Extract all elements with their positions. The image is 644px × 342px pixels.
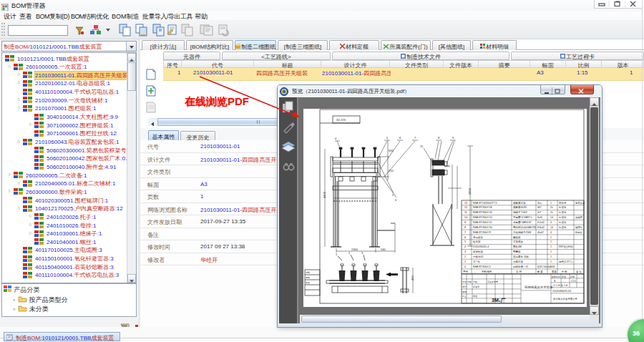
- svg-text:1: 1: [550, 250, 552, 253]
- svg-text:变电柜件: 变电柜件: [473, 236, 484, 239]
- svg-text:标准化: 标准化: [472, 285, 479, 288]
- svg-text:6x42: 6x42: [537, 216, 542, 219]
- svg-text:4: 4: [550, 231, 552, 234]
- svg-text:40x47: 40x47: [537, 231, 544, 234]
- svg-text:数量: 数量: [306, 281, 310, 284]
- svg-text:封板件02: 封板件02: [473, 255, 483, 258]
- svg-text:四回路高压开关组装: 四回路高压开关组装: [525, 285, 553, 289]
- svg-text:4: 4: [335, 137, 337, 140]
- svg-text:2: 2: [464, 255, 466, 258]
- svg-text:1: 1: [550, 245, 552, 248]
- svg-text:熶断器16/35: 熶断器16/35: [513, 205, 527, 209]
- svg-text:7: 7: [464, 231, 466, 234]
- svg-text:标准件: 标准件: [558, 226, 567, 229]
- svg-text:外购件: 外购件: [575, 230, 583, 234]
- svg-text:2s: 2s: [550, 211, 553, 214]
- svg-text:标记: 标记: [462, 280, 467, 283]
- svg-text:8: 8: [464, 226, 466, 229]
- svg-text:3M₂厂: 3M₂厂: [492, 298, 506, 303]
- svg-text:围栏4M: 围栏4M: [513, 245, 522, 248]
- svg-text:3: 3: [361, 251, 364, 255]
- svg-text:批准: 批准: [473, 295, 477, 298]
- svg-text:6: 6: [399, 136, 401, 140]
- svg-text:0: 0: [464, 265, 466, 268]
- svg-text:1: 1: [550, 240, 552, 243]
- svg-text:支柱绝缘子ZSW: 支柱绝缘子ZSW: [513, 231, 532, 234]
- svg-text:635: 635: [389, 149, 394, 152]
- svg-text:14: 14: [550, 226, 553, 229]
- svg-text:11: 11: [420, 145, 424, 148]
- svg-text:平垫圈"4"GB97.1: 平垫圈"4"GB97.1: [513, 216, 532, 219]
- svg-text:组件架: 组件架: [473, 240, 481, 243]
- svg-text:2400: 2400: [468, 187, 472, 195]
- svg-text:重量: 重量: [552, 270, 557, 273]
- svg-text:设计: 设计: [462, 285, 467, 288]
- svg-text:1: 1: [464, 260, 466, 263]
- svg-text:部件号: 部件号: [559, 202, 567, 205]
- svg-text:标准件: 标准件: [558, 211, 567, 214]
- svg-text:5: 5: [386, 136, 389, 140]
- svg-text:1:15: 1:15: [571, 280, 576, 283]
- svg-text:NSB-RT35kV#1: NSB-RT35kV#1: [473, 265, 491, 268]
- svg-text:4: 4: [550, 221, 552, 224]
- svg-text:熶断器支架: 熶断器支架: [513, 201, 526, 205]
- svg-text:质量: 质量: [562, 275, 566, 278]
- svg-text:467: 467: [537, 206, 542, 209]
- svg-text:规格: 规格: [306, 276, 310, 279]
- svg-text:材 料: 材 料: [561, 270, 567, 273]
- svg-text:2s: 2s: [550, 206, 553, 209]
- svg-text:3张-373: 3张-373: [336, 119, 346, 122]
- svg-text:11: 11: [464, 211, 467, 214]
- svg-text:7: 7: [414, 136, 416, 140]
- svg-text:NSB-RT35kV#9: NSB-RT35kV#9: [473, 231, 491, 234]
- svg-text:NSB-RT35kV#11: NSB-RT35kV#11: [473, 221, 492, 224]
- svg-text:共 1 张 第 1 张: 共 1 张 第 1 张: [553, 284, 568, 287]
- svg-text:12: 12: [464, 206, 467, 209]
- svg-text:14: 14: [550, 216, 553, 219]
- svg-text:6: 6: [395, 198, 397, 202]
- svg-text:名 称: 名 称: [516, 270, 522, 273]
- svg-text:标准件: 标准件: [558, 216, 567, 219]
- svg-text:热镀锌: 热镀锌: [575, 215, 583, 219]
- svg-text:1300: 1300: [351, 248, 358, 251]
- svg-text:8.2x42: 8.2x42: [537, 221, 545, 224]
- svg-text:横担架: 横担架: [513, 236, 521, 239]
- svg-text:5: 5: [464, 240, 466, 243]
- svg-text:10: 10: [464, 216, 467, 219]
- svg-text:2101030011-01: 2101030011-01: [552, 290, 571, 293]
- svg-text:材料编号: 材料编号: [482, 270, 492, 273]
- svg-text:钜35.7x0.4x0.08: 钜35.7x0.4x0.08: [537, 265, 555, 268]
- svg-text:6: 6: [464, 236, 466, 239]
- svg-text:螺�架: 螺�架: [513, 250, 521, 253]
- svg-text:电器安装: 电器安装: [575, 202, 585, 205]
- svg-text:NSB-RT16/35kV/T7.5: NSB-RT16/35kV/T7.5: [473, 202, 497, 205]
- svg-text:8.8x42: 8.8x42: [537, 226, 545, 229]
- svg-text:镀锌件: 镀锌件: [575, 225, 583, 229]
- svg-text:1: 1: [550, 265, 552, 268]
- svg-text:S: S: [554, 280, 556, 283]
- svg-text:2: 2: [348, 251, 351, 255]
- svg-text:13: 13: [464, 202, 467, 205]
- svg-text:处数: 处数: [467, 280, 472, 283]
- svg-text:绝缘子"14kV: 绝缘子"14kV: [513, 211, 527, 214]
- svg-text:柜体框架: 柜体框架: [472, 250, 484, 253]
- svg-text:9: 9: [452, 136, 454, 140]
- svg-text:工艺: 工艺: [462, 295, 467, 298]
- svg-text:轴承(1.5T")→: 轴承(1.5T")→: [558, 260, 574, 263]
- svg-text:5: 5: [392, 193, 394, 197]
- svg-text:螺栓M12x40GB5782: 螺栓M12x40GB5782: [513, 225, 536, 229]
- svg-text:材料: 材料: [305, 271, 310, 274]
- svg-text:更改文件号: 更改文件号: [487, 280, 498, 283]
- svg-text:标准件: 标准件: [558, 206, 567, 209]
- svg-text:540: 540: [381, 248, 386, 251]
- svg-text:NSB-RT35kV#12: NSB-RT35kV#12: [473, 216, 492, 219]
- svg-text:数 量: 数 量: [537, 270, 543, 273]
- svg-text:1: 1: [550, 260, 552, 263]
- svg-text:1: 1: [336, 253, 338, 256]
- svg-text:1: 1: [550, 202, 552, 205]
- svg-text:NSB-RT35kV#14: NSB-RT35kV#14: [473, 211, 492, 214]
- svg-text:比例: 比例: [570, 275, 575, 278]
- svg-text:400: 400: [411, 275, 414, 280]
- svg-text:大型支架: 大型支架: [513, 260, 524, 263]
- svg-text:4: 4: [464, 245, 466, 248]
